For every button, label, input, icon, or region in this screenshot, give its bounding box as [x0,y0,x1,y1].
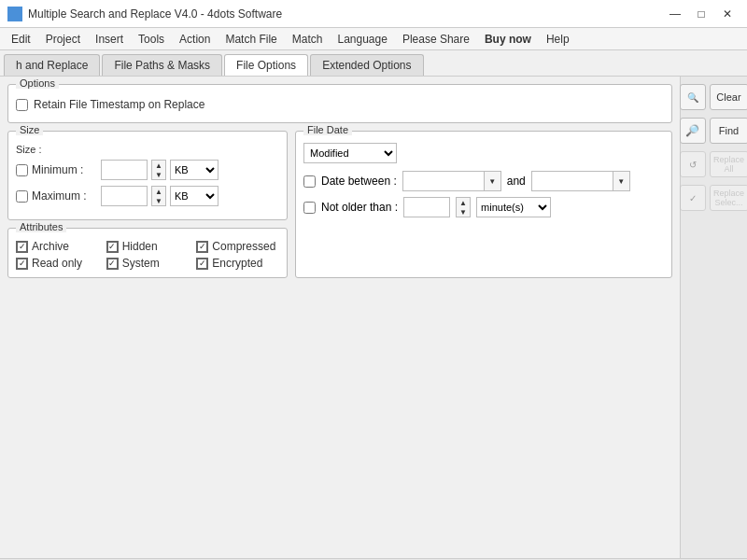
menu-project[interactable]: Project [38,28,88,49]
main-layout: Options Retain File Timestamp on Replace… [0,77,747,558]
options-group: Options Retain File Timestamp on Replace [7,84,672,123]
attr-system-checkbox[interactable]: ✓ [106,258,119,270]
minimum-up-btn[interactable]: ▲ [152,161,165,170]
minimum-label: Minimum : [32,163,97,176]
menu-matchfile[interactable]: Match File [218,28,284,49]
filedate-group: File Date Modified Created Accessed Date… [295,131,672,278]
menu-tools[interactable]: Tools [131,28,172,49]
menu-pleaseshare[interactable]: Please Share [395,28,477,49]
attr-encrypted-label: Encrypted [212,257,262,270]
maximize-button[interactable]: □ [689,5,713,23]
filedate-title: File Date [303,124,352,135]
modified-select[interactable]: Modified Created Accessed [303,143,397,163]
replace-selected-row: ✓ Replace Selec... [680,185,748,211]
maximum-unit-select[interactable]: KB MB GB [170,186,218,206]
date-between-row: Date between : 20/04/2018 ▼ and 20/04/20… [303,171,664,191]
date-from-input[interactable]: 20/04/2018 [402,171,485,191]
replace-all-row: ↺ Replace All [680,151,748,177]
modified-row: Modified Created Accessed [303,143,664,163]
title-bar: Multiple Search and Replace V4.0 - 4dots… [0,0,747,28]
tab-file-paths[interactable]: File Paths & Masks [102,54,222,76]
menu-action[interactable]: Action [172,28,218,49]
attributes-grid: ✓ Archive ✓ Hidden ✓ Compressed ✓ [16,240,279,270]
minimum-value-input[interactable]: 100 [101,160,148,180]
attr-encrypted: ✓ Encrypted [196,257,279,270]
menu-insert[interactable]: Insert [88,28,131,49]
attributes-group: Attributes ✓ Archive ✓ Hidden ✓ Compress [7,228,288,278]
menu-match[interactable]: Match [285,28,331,49]
size-label: Size : [16,144,42,155]
menu-bar: Edit Project Insert Tools Action Match F… [0,28,747,50]
date-to-combo: 20/04/2018 ▼ [531,171,630,191]
close-button[interactable]: ✕ [715,5,740,23]
clear-button[interactable]: Clear [710,84,748,110]
attr-encrypted-checkbox[interactable]: ✓ [196,258,208,270]
date-from-picker-btn[interactable]: ▼ [485,171,501,191]
retain-timestamp-row: Retain File Timestamp on Replace [16,98,664,111]
maximum-spinner: ▲ ▼ [151,186,166,206]
attr-hidden-checkbox[interactable]: ✓ [106,241,119,253]
attr-compressed: ✓ Compressed [196,240,279,253]
replace-selected-button[interactable]: Replace Selec... [710,185,748,211]
tab-search-replace[interactable]: h and Replace [4,54,100,76]
maximum-label: Maximum : [32,189,97,203]
minimum-row: Minimum : 100 ▲ ▼ KB MB GB [16,160,279,180]
tab-file-options[interactable]: File Options [224,54,308,76]
attr-archive-label: Archive [32,240,69,253]
size-filedate-row: Size Size : Minimum : 100 ▲ ▼ [7,131,672,278]
menu-buynow[interactable]: Buy now [477,28,539,49]
attr-readonly-label: Read only [32,257,82,270]
date-between-label: Date between : [321,175,397,188]
options-title: Options [16,77,59,89]
menu-language[interactable]: Language [330,28,394,49]
not-older-checkbox[interactable] [303,202,316,214]
tab-extended-options[interactable]: Extended Options [310,54,423,76]
date-to-picker-btn[interactable]: ▼ [613,171,630,191]
attr-compressed-checkbox[interactable]: ✓ [196,241,208,253]
retain-timestamp-checkbox[interactable] [16,99,28,111]
size-group: Size Size : Minimum : 100 ▲ ▼ [7,131,288,220]
not-older-spinner: ▲ ▼ [456,197,471,217]
attr-compressed-label: Compressed [212,240,275,253]
right-panel: 🔍 Clear 🔎 Find ↺ Replace All ✓ Replace S… [680,77,747,558]
maximum-value-input[interactable]: 100 [101,186,148,206]
maximum-down-btn[interactable]: ▼ [152,196,165,205]
minimum-checkbox[interactable] [16,164,28,176]
minimum-down-btn[interactable]: ▼ [152,170,165,179]
find-row: 🔎 Find [680,118,748,144]
app-title: Multiple Search and Replace V4.0 - 4dots… [28,7,282,21]
menu-edit[interactable]: Edit [4,28,38,49]
menu-help[interactable]: Help [539,28,577,49]
content-area: Options Retain File Timestamp on Replace… [0,77,680,558]
not-older-label: Not older than : [321,201,398,214]
maximum-checkbox[interactable] [16,190,28,203]
replace-selected-icon[interactable]: ✓ [680,185,706,211]
attr-readonly-checkbox[interactable]: ✓ [16,258,28,270]
maximum-up-btn[interactable]: ▲ [152,187,165,196]
not-older-down-btn[interactable]: ▼ [457,207,470,217]
date-between-checkbox[interactable] [303,175,316,188]
minimum-unit-select[interactable]: KB MB GB [170,160,218,180]
date-to-input[interactable]: 20/04/2018 [531,171,613,191]
not-older-value-input[interactable]: 1 [403,197,450,217]
attr-archive-checkbox[interactable]: ✓ [16,241,28,253]
find-button[interactable]: Find [710,118,748,144]
not-older-row: Not older than : 1 ▲ ▼ minute(s) hour(s)… [303,197,664,217]
attr-hidden-label: Hidden [122,240,158,253]
attr-system: ✓ System [106,257,190,270]
window-controls: — □ ✕ [663,5,740,23]
replace-all-icon[interactable]: ↺ [680,151,706,177]
size-group-title: Size [16,124,43,135]
not-older-unit-select[interactable]: minute(s) hour(s) day(s) week(s) month(s… [476,197,551,217]
not-older-up-btn[interactable]: ▲ [457,198,470,207]
date-from-combo: 20/04/2018 ▼ [402,171,501,191]
clear-row: 🔍 Clear [680,84,748,110]
replace-all-button[interactable]: Replace All [710,151,748,177]
minimize-button[interactable]: — [663,5,687,23]
attr-system-label: System [122,257,160,270]
retain-timestamp-label: Retain File Timestamp on Replace [34,98,204,111]
clear-icon-btn[interactable]: 🔍 [680,84,706,110]
tab-bar: h and Replace File Paths & Masks File Op… [0,50,747,77]
find-icon-btn[interactable]: 🔎 [680,118,706,144]
app-icon [7,7,22,21]
